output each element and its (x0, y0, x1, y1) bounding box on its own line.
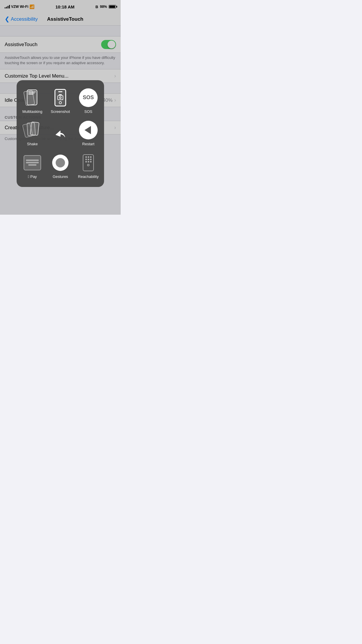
assistive-touch-menu: Multitasking Screenshot SOS (17, 80, 104, 187)
menu-item-label-multitasking: Multitasking (22, 109, 43, 114)
overlay-backdrop[interactable]: Multitasking Screenshot SOS (0, 0, 121, 215)
menu-item-label-shake: Shake (27, 142, 38, 146)
restart-icon (79, 121, 98, 139)
menu-item-applepay[interactable]:  Pay (20, 151, 45, 181)
menu-item-label-screenshot: Screenshot (51, 109, 70, 114)
menu-item-sos[interactable]: SOS SOS (75, 86, 101, 116)
reachability-icon (79, 153, 98, 172)
menu-item-label-restart: Restart (82, 142, 94, 146)
sos-icon: SOS (79, 88, 98, 107)
shake-icon (23, 121, 42, 139)
menu-item-restart[interactable]: Restart (75, 118, 101, 149)
menu-item-label-reachability: Reachability (78, 174, 99, 179)
menu-item-label-gestures: Gestures (53, 174, 68, 179)
menu-item-gestures[interactable]: Gestures (48, 151, 73, 181)
screenshot-icon (51, 88, 70, 107)
menu-item-shake[interactable]: Shake (20, 118, 45, 149)
menu-item-label-applepay:  Pay (28, 174, 37, 179)
menu-item-reachability[interactable]: Reachability (75, 151, 101, 181)
menu-item-label-sos: SOS (84, 109, 92, 114)
gestures-icon (51, 153, 70, 172)
applepay-icon (23, 153, 42, 172)
menu-item-multitasking[interactable]: Multitasking (20, 86, 45, 116)
multitasking-icon (23, 88, 42, 107)
back-arrow-icon (51, 125, 70, 144)
menu-item-screenshot[interactable]: Screenshot (48, 86, 73, 116)
menu-item-back[interactable] (48, 118, 73, 149)
